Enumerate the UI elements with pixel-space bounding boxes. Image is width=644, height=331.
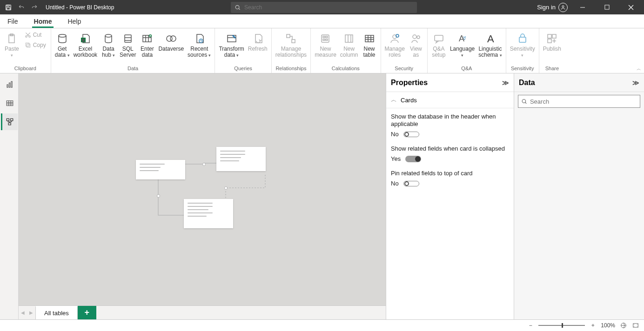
enter-data-button[interactable]: Enter data	[138, 29, 156, 65]
svg-point-5	[562, 6, 564, 7]
manage-relationships-button[interactable]: Manage relationships	[274, 29, 309, 65]
workspace: ◀ ▶ All tables + Properties ≫ ︿ Cards Sh…	[0, 73, 644, 319]
transform-data-button[interactable]: Transform data ▾	[217, 29, 246, 65]
prop-show-db-label: Show the database in the header when app…	[391, 113, 509, 128]
ribbon-group-label: Q&A	[428, 66, 506, 73]
svg-rect-61	[548, 34, 551, 38]
svg-rect-65	[9, 83, 10, 87]
svg-rect-74	[8, 123, 11, 125]
ribbon-group-qa: Q&A setup AאָLanguage ▾ ALinguistic sche…	[428, 28, 506, 73]
svg-rect-60	[519, 37, 526, 42]
ribbon-group-calculations: New measure New column New table Calcula…	[311, 28, 381, 73]
new-measure-button[interactable]: New measure	[313, 29, 338, 65]
svg-point-18	[59, 34, 66, 37]
svg-point-54	[413, 35, 416, 39]
svg-rect-7	[604, 5, 609, 9]
ribbon-group-label: Relationships	[272, 66, 310, 73]
dataverse-button[interactable]: Dataverse	[156, 29, 186, 65]
tab-scroll-right[interactable]: ▶	[27, 306, 35, 319]
sql-server-button[interactable]: SQL Server	[118, 29, 138, 65]
fullscreen-button[interactable]	[632, 322, 639, 329]
fit-to-page-button[interactable]	[620, 322, 627, 329]
global-search[interactable]	[231, 2, 417, 13]
collapse-ribbon-button[interactable]: ︿	[637, 66, 641, 72]
sensitivity-button[interactable]: Sensitivity ▾	[508, 29, 537, 65]
connector-dot	[224, 186, 228, 190]
report-view-button[interactable]	[1, 76, 18, 93]
publish-button[interactable]: Publish	[541, 29, 563, 65]
model-card[interactable]	[136, 160, 185, 179]
data-search-input[interactable]	[530, 98, 637, 105]
model-card[interactable]	[184, 199, 233, 228]
ribbon-group-security: Manage roles View as Security	[381, 28, 428, 73]
collapse-data-button[interactable]: ≫	[632, 79, 639, 86]
refresh-button[interactable]: Refresh	[246, 29, 269, 65]
data-search[interactable]	[518, 95, 640, 108]
copy-button[interactable]: Copy	[23, 40, 48, 50]
minimize-button[interactable]	[573, 0, 592, 14]
ribbon-group-label: Calculations	[311, 66, 380, 73]
model-view-button[interactable]	[1, 113, 18, 130]
redo-button[interactable]	[29, 2, 40, 13]
connectors	[19, 73, 386, 305]
svg-rect-44	[345, 35, 353, 42]
add-page-tab-button[interactable]: +	[78, 306, 96, 319]
menu-tabs: File Home Help	[0, 14, 644, 28]
properties-pane: Properties ≫ ︿ Cards Show the database i…	[386, 73, 514, 319]
section-cards-header[interactable]: ︿ Cards	[386, 92, 514, 108]
sign-in-label: Sign in	[537, 4, 556, 11]
svg-rect-37	[287, 34, 290, 38]
svg-point-3	[235, 5, 239, 9]
tab-home[interactable]: Home	[30, 15, 56, 28]
excel-workbook-button[interactable]: XExcel workbook	[72, 29, 99, 65]
data-view-button[interactable]	[1, 95, 18, 112]
svg-rect-66	[11, 81, 12, 87]
model-card[interactable]	[216, 147, 266, 171]
language-button[interactable]: AאָLanguage ▾	[448, 29, 476, 65]
prop-pin-related-label: Pin related fields to top of card	[391, 170, 509, 177]
chevron-up-icon: ︿	[391, 96, 397, 104]
prop-show-db-state: No	[391, 131, 399, 138]
tab-file[interactable]: File	[4, 15, 22, 28]
zoom-in-button[interactable]: +	[590, 322, 596, 329]
global-search-input[interactable]	[244, 4, 413, 11]
tab-help[interactable]: Help	[64, 15, 85, 28]
svg-text:A: A	[487, 33, 494, 44]
model-canvas[interactable]	[19, 73, 386, 305]
data-pane: Data ≫	[514, 73, 644, 319]
ribbon-group-label: Share	[539, 66, 565, 73]
page-tab-all-tables[interactable]: All tables	[35, 306, 78, 319]
undo-button[interactable]	[16, 2, 27, 13]
maximize-button[interactable]	[597, 0, 616, 14]
linguistic-schema-button[interactable]: ALinguistic schema ▾	[476, 29, 503, 65]
prop-show-related-toggle[interactable]	[405, 156, 421, 162]
get-data-button[interactable]: Get data ▾	[53, 29, 72, 65]
qa-setup-button[interactable]: Q&A setup	[429, 29, 448, 65]
recent-sources-button[interactable]: Recent sources ▾	[186, 29, 213, 65]
new-column-button[interactable]: New column	[338, 29, 360, 65]
title-bar: Untitled - Power BI Desktop Sign in	[0, 0, 644, 14]
manage-roles-button[interactable]: Manage roles	[383, 29, 407, 65]
view-as-button[interactable]: View as	[407, 29, 425, 65]
tab-scroll-left[interactable]: ◀	[19, 306, 27, 319]
svg-line-4	[239, 8, 240, 10]
collapse-properties-button[interactable]: ≫	[502, 79, 509, 86]
new-table-button[interactable]: New table	[360, 29, 379, 65]
save-button[interactable]	[3, 2, 14, 13]
data-hub-button[interactable]: Data hub ▾	[99, 29, 118, 65]
cut-button[interactable]: Cut	[23, 30, 48, 40]
ribbon-group-label: Security	[381, 66, 427, 73]
zoom-out-button[interactable]: −	[527, 322, 534, 329]
paste-button[interactable]: Paste ▾	[2, 29, 22, 65]
ribbon-group-label: Data	[51, 66, 215, 73]
search-icon	[235, 4, 241, 11]
svg-rect-72	[7, 119, 9, 121]
svg-rect-1	[7, 5, 9, 6]
sign-in-button[interactable]: Sign in	[537, 3, 568, 12]
account-icon	[558, 3, 568, 12]
zoom-slider[interactable]	[538, 325, 585, 326]
prop-pin-related-toggle[interactable]	[403, 181, 419, 186]
close-button[interactable]	[622, 0, 640, 14]
prop-show-db-toggle[interactable]	[403, 132, 419, 137]
svg-rect-22	[125, 35, 131, 42]
